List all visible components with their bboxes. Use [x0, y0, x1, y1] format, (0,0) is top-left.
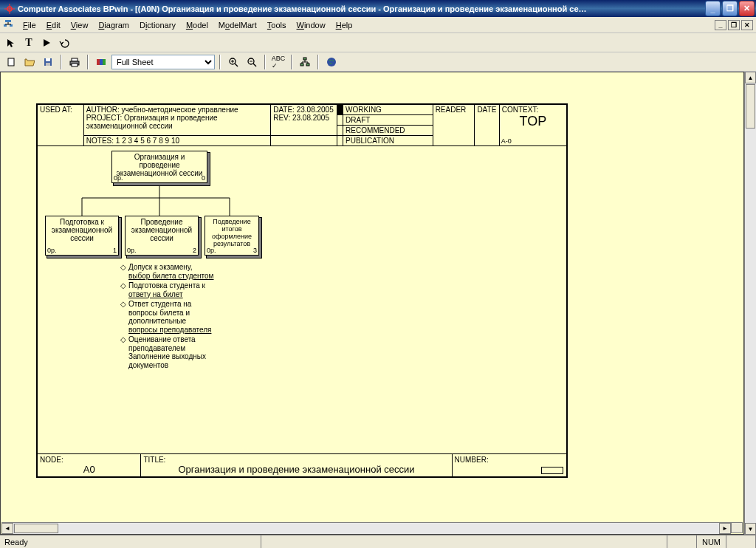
mdi-minimize-button[interactable]: _ [715, 20, 726, 30]
svg-rect-12 [46, 63, 50, 66]
tree-view-button[interactable] [297, 54, 313, 70]
print-button[interactable] [66, 54, 83, 70]
statusbar: Ready NUM [0, 535, 756, 548]
usedat-cell: USED AT: [38, 105, 84, 146]
notes-cell: NOTES: 1 2 3 4 5 6 7 8 9 10 [83, 136, 270, 146]
author-cell: AUTHOR: учебно-методическое управление P… [83, 105, 270, 136]
mdi-restore-button[interactable]: ❐ [728, 20, 740, 30]
menu-modelmart[interactable]: ModelMart [213, 19, 262, 31]
scroll-down-button[interactable]: ▼ [745, 523, 756, 535]
status-scrl [726, 535, 756, 548]
svg-rect-3 [5, 20, 11, 22]
app-icon [4, 3, 16, 15]
text-tool[interactable]: T [21, 35, 37, 51]
close-button[interactable]: ✕ [739, 1, 755, 16]
rec-cell: RECOMMENDED [343, 126, 433, 136]
scroll-corner [731, 522, 743, 533]
node-2[interactable]: Проведение экзаменационной сессии 0р.2 [125, 216, 199, 256]
scroll-up-button[interactable]: ▲ [745, 72, 756, 83]
svg-rect-28 [306, 64, 309, 66]
node-cell: NODE: A0 [38, 454, 141, 477]
node-root[interactable]: Организация и проведение экзаменационной… [111, 151, 207, 183]
pub-marker [337, 136, 343, 146]
status-mid [261, 535, 667, 548]
diagram-footer: NODE: A0 TITLE: Организация и проведение… [37, 453, 567, 477]
pointer-tool[interactable] [3, 35, 19, 51]
spellcheck-button[interactable]: ABC✓ [270, 54, 286, 70]
tree-area: Организация и проведение экзаменационной… [37, 146, 567, 453]
zoom-out-button[interactable] [244, 54, 260, 70]
hscrollbar[interactable]: ◄ ► [1, 522, 731, 533]
diagram-header: USED AT: AUTHOR: учебно-методическое упр… [37, 104, 567, 146]
menu-edit[interactable]: Edit [41, 19, 66, 31]
menu-file[interactable]: File [18, 19, 41, 31]
context-cell: CONTEXT: TOP A-0 [499, 105, 566, 146]
menu-model[interactable]: Model [181, 19, 213, 31]
menu-dictionary[interactable]: Dictionary [134, 19, 181, 31]
title-text: Computer Associates BPwin - [(A0N) Орган… [18, 4, 705, 13]
svg-rect-17 [100, 59, 103, 65]
menu-tools[interactable]: Tools [262, 19, 292, 31]
palette-button[interactable] [93, 54, 109, 70]
working-cell: WORKING [343, 105, 433, 115]
draft-marker [337, 115, 343, 126]
menu-diagram[interactable]: Diagram [93, 19, 134, 31]
mdi-close-button[interactable]: ✕ [741, 20, 753, 30]
menu-view[interactable]: View [66, 19, 94, 31]
svg-point-33 [327, 58, 336, 66]
svg-rect-9 [8, 58, 14, 66]
toolbar-2: Full Sheet ABC✓ [0, 52, 756, 72]
hscroll-thumb[interactable] [14, 524, 58, 533]
separator [61, 55, 62, 69]
node-3[interactable]: Подведение итогов оформление результатов… [205, 216, 259, 256]
dateh-cell: DATE [475, 105, 499, 146]
minimize-button[interactable]: _ [705, 1, 721, 16]
menu-app-icon [3, 19, 15, 31]
titlebar: Computer Associates BPwin - [(A0N) Орган… [0, 0, 756, 17]
open-button[interactable] [21, 54, 38, 70]
menubar: File Edit View Diagram Dictionary Model … [0, 17, 756, 33]
globe-button[interactable] [323, 54, 340, 70]
separator [219, 55, 221, 69]
canvas[interactable]: USED AT: AUTHOR: учебно-методическое упр… [0, 72, 744, 535]
scroll-left-button[interactable]: ◄ [1, 523, 13, 534]
rec-marker [337, 126, 343, 136]
svg-rect-15 [72, 64, 78, 66]
save-button[interactable] [40, 54, 56, 70]
svg-line-20 [235, 64, 238, 66]
svg-rect-27 [300, 64, 303, 66]
vscroll-thumb[interactable] [746, 84, 755, 129]
diagram-frame: USED AT: AUTHOR: учебно-методическое упр… [36, 103, 568, 478]
title-cell: TITLE: Организация и проведение экзамена… [141, 454, 452, 477]
vscrollbar[interactable]: ▲ ▼ [744, 72, 756, 535]
svg-line-24 [253, 64, 256, 66]
menu-window[interactable]: Window [292, 19, 331, 31]
separator [264, 55, 266, 69]
draft-cell: DRAFT [343, 115, 433, 126]
zoom-select[interactable]: Full Sheet [111, 55, 215, 69]
svg-rect-26 [303, 58, 306, 60]
svg-rect-11 [46, 58, 50, 61]
node-1[interactable]: Подготовка к экзаменационной сессии 0р.1 [45, 216, 119, 256]
working-marker [337, 105, 343, 115]
separator [317, 55, 319, 69]
status-ready: Ready [0, 535, 261, 548]
scroll-right-button[interactable]: ► [719, 523, 731, 534]
separator [291, 55, 292, 69]
maximize-button[interactable]: ❐ [722, 1, 738, 16]
status-cap [667, 535, 697, 548]
svg-rect-13 [72, 58, 78, 61]
workspace: USED AT: AUTHOR: учебно-методическое упр… [0, 72, 756, 535]
number-cell: NUMBER: [452, 454, 566, 477]
status-num: NUM [697, 535, 726, 548]
toolbar-1: T [0, 33, 756, 52]
separator [87, 55, 89, 69]
zoom-in-button[interactable] [225, 54, 241, 70]
empty-cell [271, 136, 337, 146]
pub-cell: PUBLICATION [343, 136, 433, 146]
undo-tool[interactable] [56, 35, 72, 51]
bullet-list: ◇Допуск к экзамену,выбор билета студенто… [120, 263, 231, 371]
new-button[interactable] [3, 54, 19, 70]
play-tool[interactable] [38, 35, 55, 51]
menu-help[interactable]: Help [331, 19, 358, 31]
